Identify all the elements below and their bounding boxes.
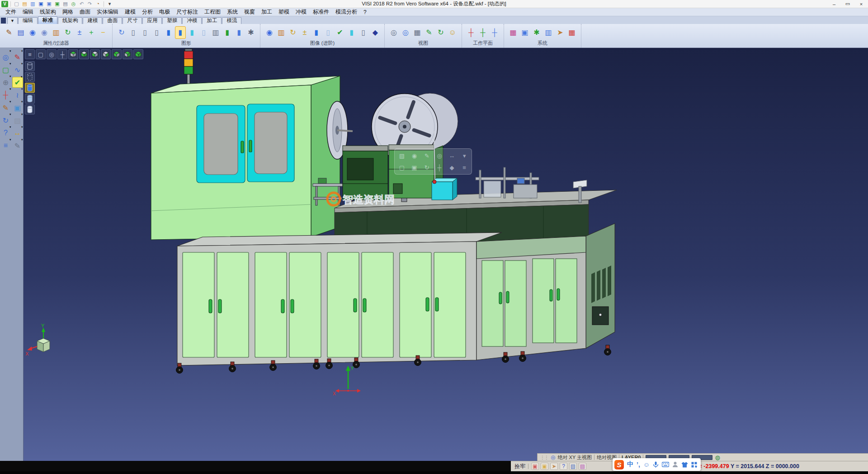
- status-help-icon[interactable]: ?: [560, 463, 567, 470]
- ghost-tool-icon-8[interactable]: ▣: [411, 164, 417, 171]
- qa-more-button[interactable]: ▾: [106, 1, 113, 7]
- enclosure-window-left[interactable]: [197, 105, 245, 183]
- menu-?[interactable]: ?: [361, 9, 369, 15]
- display-settings-icon[interactable]: ✱: [245, 26, 256, 39]
- hide-all-icon[interactable]: −: [98, 26, 108, 39]
- fading-context-toolbar[interactable]: ▧◉✎◎↔▾▢▣↻┼◆≡: [394, 148, 472, 175]
- globe-icon[interactable]: ◍: [715, 454, 720, 461]
- menu-线架构[interactable]: 线架构: [37, 8, 59, 16]
- cplane-axes-icon[interactable]: ┼: [0, 90, 11, 100]
- visibility-refresh-icon[interactable]: ↻: [62, 26, 73, 39]
- toolbar-tab-曲面[interactable]: 曲面: [103, 17, 122, 24]
- feeder-unit-left[interactable]: [343, 146, 388, 200]
- ghost-tool-icon-3[interactable]: ✎: [425, 152, 429, 159]
- status-assembly-icon[interactable]: ▧: [569, 463, 577, 470]
- menu-加工[interactable]: 加工: [259, 8, 275, 16]
- shade-cube-icon[interactable]: ▧: [12, 115, 23, 126]
- toolbar-tab-应用[interactable]: 应用: [142, 17, 162, 24]
- axis-orient-button[interactable]: ┼: [57, 49, 67, 59]
- select-window-icon[interactable]: ▢: [0, 64, 11, 75]
- workplane-align-icon[interactable]: ┼: [489, 26, 500, 39]
- cylinder-shaded-edges-icon[interactable]: ▮: [175, 26, 186, 39]
- toolbar-tab-建模[interactable]: 建模: [83, 17, 102, 24]
- zoom-view-button[interactable]: ◎: [47, 49, 57, 59]
- ime-mode-button[interactable]: 中: [627, 460, 633, 469]
- status-snap-icon[interactable]: ▣: [531, 463, 539, 470]
- window-handle-right[interactable]: [249, 140, 252, 152]
- maximize-button[interactable]: ▭: [841, 0, 854, 8]
- save-all-button[interactable]: ▣: [54, 1, 61, 7]
- regen-view-icon[interactable]: ↻: [0, 115, 11, 126]
- view-left-button[interactable]: [90, 49, 100, 59]
- selection-hand-icon[interactable]: ➤: [555, 26, 566, 39]
- ime-toolbox-icon[interactable]: [691, 462, 697, 468]
- image-capture-icon[interactable]: ▣: [519, 26, 530, 39]
- adv-visibility-icon[interactable]: ◉: [264, 26, 275, 39]
- shade-wireframe-button[interactable]: [25, 61, 35, 71]
- current-view-name[interactable]: 绝对 XY 主视图: [557, 454, 592, 461]
- show-all-icon[interactable]: +: [86, 26, 97, 39]
- panel-config-icon[interactable]: ▥: [543, 26, 554, 39]
- zoom-extents-button[interactable]: ▢: [36, 49, 46, 59]
- view-menu-button[interactable]: ≡: [25, 49, 35, 59]
- filter-traffic-light-icon[interactable]: ▥: [51, 26, 61, 39]
- menu-文件[interactable]: 文件: [3, 8, 19, 16]
- view-face-icon[interactable]: ☺: [447, 26, 458, 39]
- base-cabinet-left[interactable]: [177, 232, 502, 365]
- visibility-remove-icon[interactable]: ◉: [39, 26, 50, 39]
- zoom-solid-icon[interactable]: ⊕: [0, 77, 11, 88]
- ime-emoji-button[interactable]: ☺: [643, 461, 650, 468]
- shade-flat-button[interactable]: [25, 104, 35, 114]
- toolbar-tab-标准[interactable]: 标准: [38, 16, 57, 24]
- ghost-tool-icon-5[interactable]: ↔: [449, 152, 455, 159]
- menu-模流分析[interactable]: 模流分析: [333, 8, 360, 16]
- ghost-tool-icon-10[interactable]: ┼: [437, 164, 441, 171]
- ime-keyboard-icon[interactable]: [662, 462, 669, 467]
- view-back-button[interactable]: [123, 49, 132, 59]
- adv-cyan-icon[interactable]: ▮: [346, 26, 357, 39]
- attribute-page-icon[interactable]: ▤: [15, 26, 26, 39]
- menu-工程图[interactable]: 工程图: [202, 8, 223, 16]
- menu-视窗[interactable]: 视窗: [241, 8, 258, 16]
- close-button[interactable]: ×: [854, 0, 868, 8]
- view-grid-icon[interactable]: ▦: [412, 26, 423, 39]
- view-sketch-icon[interactable]: ✎: [424, 26, 434, 39]
- menu-曲面[interactable]: 曲面: [77, 8, 93, 16]
- menu-网格[interactable]: 网格: [60, 8, 76, 16]
- cylinder-transparent-icon[interactable]: ▮: [187, 26, 198, 39]
- grid-settings-icon[interactable]: ▦: [566, 26, 577, 39]
- adv-shield-icon[interactable]: ◆: [370, 26, 381, 39]
- lock-label[interactable]: 拴牢: [514, 463, 525, 470]
- menu-标准件[interactable]: 标准件: [310, 8, 332, 16]
- window-panes-icon[interactable]: ▣: [12, 102, 23, 113]
- view-bottom-button[interactable]: [79, 49, 89, 59]
- regen-icon[interactable]: ↻: [116, 26, 127, 39]
- view-front-button[interactable]: [112, 49, 122, 59]
- enclosure-window-right[interactable]: [247, 104, 294, 182]
- machine-enclosure[interactable]: [151, 76, 340, 240]
- cylinder-copy-icon[interactable]: ▮: [234, 26, 245, 39]
- print-button[interactable]: ▤: [62, 1, 69, 7]
- ime-punct-button[interactable]: ’,: [637, 461, 640, 468]
- shade-hidden-line-button[interactable]: [25, 72, 35, 82]
- ghost-tool-icon-1[interactable]: ▧: [399, 152, 405, 159]
- color-palette-icon[interactable]: ▦: [508, 26, 519, 39]
- menu-系统[interactable]: 系统: [224, 8, 241, 16]
- cylinder-flat-icon[interactable]: ▯: [198, 26, 209, 39]
- redo-button[interactable]: ↷: [86, 1, 93, 7]
- menu-电极[interactable]: 电极: [156, 8, 173, 16]
- toolbar-tab-尺寸[interactable]: 尺寸: [123, 17, 142, 24]
- view-iso-button[interactable]: [133, 49, 143, 59]
- ghost-tool-icon-7[interactable]: ▢: [399, 164, 405, 171]
- adv-wire-icon[interactable]: ▯: [358, 26, 369, 39]
- save-button[interactable]: ▣: [38, 1, 44, 7]
- toolbar-tab-编辑[interactable]: 编辑: [18, 17, 38, 24]
- workplane-xy-icon[interactable]: ┼: [466, 26, 476, 39]
- open-file-button[interactable]: ▤: [21, 1, 28, 7]
- cylinder-shaded-icon[interactable]: ▮: [163, 26, 174, 39]
- context-help-icon[interactable]: ?: [0, 128, 11, 138]
- workplane-edit-icon[interactable]: ┼: [477, 26, 488, 39]
- menu-建模[interactable]: 建模: [122, 8, 138, 16]
- adv-traffic-light-icon[interactable]: ▥: [276, 26, 287, 39]
- 3d-viewport[interactable]: 智造资料网 Y X Y: [24, 48, 868, 461]
